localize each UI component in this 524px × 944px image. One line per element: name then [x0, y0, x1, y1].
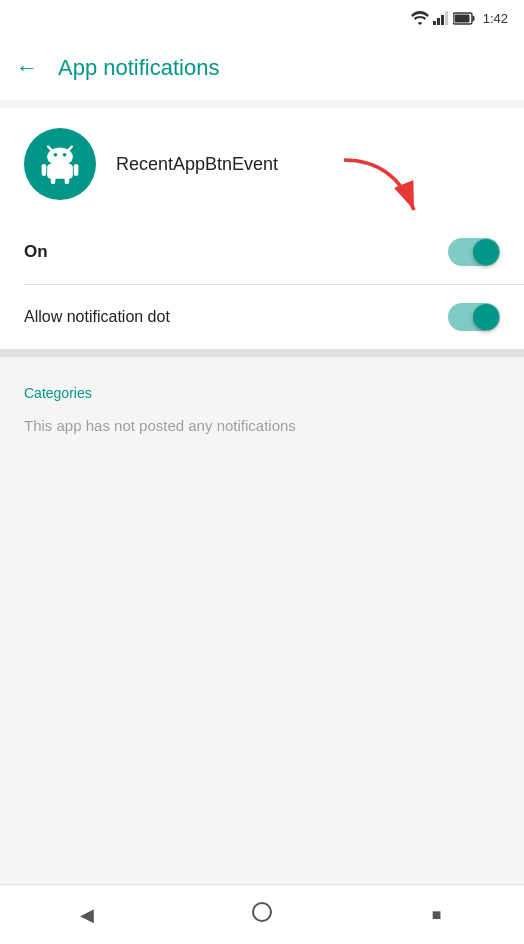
categories-section: Categories This app has not posted any n…	[0, 365, 524, 454]
navigation-bar: ◀ ■	[0, 884, 524, 944]
svg-rect-3	[445, 11, 448, 25]
notification-section: On Allow notification dot	[0, 220, 524, 349]
toggle-thumb	[473, 239, 499, 265]
nav-back-button[interactable]: ◀	[57, 895, 117, 935]
signal-icon	[433, 11, 449, 25]
app-info-section: RecentAppBtnEvent	[0, 108, 524, 220]
svg-rect-16	[65, 177, 70, 184]
android-robot-icon	[38, 142, 82, 186]
notification-dot-row: Allow notification dot	[0, 285, 524, 349]
nav-recents-icon: ■	[432, 906, 442, 924]
notifications-on-row: On	[0, 220, 524, 284]
app-name: RecentAppBtnEvent	[116, 154, 278, 175]
svg-point-10	[54, 153, 58, 157]
notification-dot-label: Allow notification dot	[24, 308, 170, 326]
svg-rect-13	[42, 164, 47, 176]
no-notifications-text: This app has not posted any notification…	[24, 417, 500, 434]
status-bar: 1:42	[0, 0, 524, 36]
status-icons: 1:42	[411, 11, 508, 26]
svg-point-11	[63, 153, 67, 157]
nav-back-icon: ◀	[80, 904, 94, 926]
svg-point-9	[47, 148, 73, 166]
app-icon	[24, 128, 96, 200]
back-button[interactable]: ←	[16, 57, 38, 79]
svg-rect-6	[454, 14, 469, 22]
svg-rect-1	[437, 18, 440, 25]
notifications-toggle[interactable]	[448, 238, 500, 266]
notifications-on-label: On	[24, 242, 48, 262]
svg-rect-0	[433, 21, 436, 25]
notification-dot-thumb	[473, 304, 499, 330]
svg-rect-12	[47, 164, 73, 179]
status-time: 1:42	[483, 11, 508, 26]
nav-home-button[interactable]	[232, 895, 292, 935]
categories-title: Categories	[24, 385, 500, 401]
nav-home-icon	[251, 901, 273, 928]
svg-point-18	[253, 903, 271, 921]
svg-rect-15	[51, 177, 56, 184]
nav-recents-button[interactable]: ■	[407, 895, 467, 935]
wifi-icon	[411, 11, 429, 25]
section-divider	[0, 349, 524, 357]
app-bar: ← App notifications	[0, 36, 524, 100]
notification-dot-toggle[interactable]	[448, 303, 500, 331]
svg-rect-14	[74, 164, 79, 176]
page-title: App notifications	[58, 55, 219, 81]
battery-icon	[453, 12, 475, 25]
svg-rect-2	[441, 15, 444, 25]
svg-rect-5	[472, 16, 474, 21]
